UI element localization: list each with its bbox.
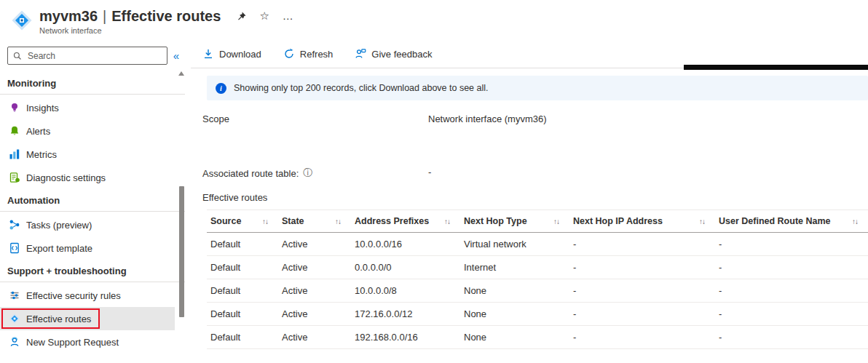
sidebar-section-monitoring: Monitoring (0, 72, 185, 95)
insights-icon (9, 102, 20, 113)
pin-icon[interactable] (235, 10, 247, 22)
cell-state: Active (278, 256, 351, 279)
sidebar-item-inner: Insights (1, 97, 68, 118)
sort-icon[interactable]: ↑↓ (444, 218, 450, 226)
associated-route-table-value: - (428, 167, 431, 177)
download-label: Download (219, 49, 261, 60)
sidebar-section-support-troubleshooting: Support + troubleshooting (0, 260, 185, 282)
collapse-sidebar-button[interactable]: « (172, 49, 181, 62)
column-header-state[interactable]: State↑↓ (278, 210, 351, 233)
sidebar-item-inner: Alerts (1, 121, 59, 141)
sidebar-item-new-support-request[interactable]: New Support Request (0, 330, 191, 354)
cell-next-hop-ip-address: - (569, 256, 715, 279)
search-box[interactable] (7, 47, 167, 65)
star-icon[interactable]: ☆ (259, 10, 270, 22)
ellipsis-icon[interactable]: … (282, 10, 293, 22)
associated-route-table-row: Associated route table: ⓘ - (202, 167, 868, 180)
search-input[interactable] (26, 50, 162, 62)
cell-user-defined-route-name: - (715, 233, 868, 256)
sort-icon[interactable]: ↑↓ (553, 218, 559, 226)
cell-next-hop-ip-address: - (569, 279, 715, 303)
support-request-icon (9, 336, 20, 348)
table-row: DefaultActive192.168.0.0/16None-- (207, 326, 868, 349)
sidebar-item-inner: New Support Request (1, 332, 127, 352)
sidebar-item-inner: Effective security rules (1, 285, 130, 306)
sidebar-item-effective-security-rules[interactable]: Effective security rules (0, 284, 191, 307)
sidebar-item-inner: Metrics (1, 144, 66, 164)
column-header-user-defined-route-name[interactable]: User Defined Route Name↑↓ (715, 210, 868, 233)
refresh-label: Refresh (300, 49, 334, 60)
resource-type-subtitle: Network interface (39, 26, 293, 35)
cell-address-prefixes: 10.0.0.0/8 (351, 279, 460, 303)
sidebar-item-export-template[interactable]: Export template (0, 236, 191, 260)
column-header-source[interactable]: Source↑↓ (207, 210, 278, 233)
column-header-label: State (282, 216, 304, 226)
sidebar-item-label: Alerts (26, 126, 50, 137)
dark-bar-artifact (684, 65, 868, 70)
sidebar-item-tasks-preview[interactable]: Tasks (preview) (0, 213, 191, 236)
effective-routes-table: Source↑↓State↑↓Address Prefixes↑↓Next Ho… (207, 210, 868, 349)
column-header-label: User Defined Route Name (719, 216, 831, 226)
cell-state: Active (278, 326, 351, 349)
cell-next-hop-ip-address: - (569, 326, 715, 349)
sort-icon[interactable]: ↑↓ (335, 218, 341, 226)
column-header-label: Source (210, 216, 241, 226)
info-icon: i (216, 83, 226, 94)
main-panel: Download Refresh Give feedback i Showing… (191, 38, 868, 363)
command-bar: Download Refresh Give feedback (202, 44, 868, 64)
cell-source: Default (207, 279, 278, 303)
column-header-address-prefixes[interactable]: Address Prefixes↑↓ (351, 210, 460, 233)
sidebar-item-label: Effective routes (26, 314, 91, 324)
sidebar-item-metrics[interactable]: Metrics (0, 143, 191, 166)
sidebar-item-label: Tasks (preview) (26, 220, 92, 231)
sidebar: « MonitoringInsightsAlertsMetricsDiagnos… (0, 38, 191, 363)
sidebar-item-insights[interactable]: Insights (0, 96, 191, 119)
cell-next-hop-type: None (460, 303, 569, 326)
cell-source: Default (207, 326, 278, 349)
sort-icon[interactable]: ↑↓ (262, 218, 268, 226)
cell-state: Active (278, 303, 351, 326)
cell-next-hop-type: Virtual network (460, 233, 569, 256)
search-icon (13, 52, 22, 60)
download-icon (202, 48, 214, 60)
cell-address-prefixes: 192.168.0.0/16 (351, 326, 460, 349)
title-separator: | (103, 7, 106, 25)
sidebar-item-inner: Diagnostic settings (1, 167, 114, 188)
sort-icon[interactable]: ↑↓ (699, 218, 705, 226)
cell-next-hop-ip-address: - (569, 233, 715, 256)
feedback-icon (355, 48, 366, 60)
scope-label: Scope (202, 113, 428, 124)
cell-state: Active (278, 279, 351, 303)
column-header-next-hop-ip-address[interactable]: Next Hop IP Address↑↓ (569, 210, 715, 233)
scrollbar-up-arrow[interactable] (178, 71, 184, 76)
column-header-label: Next Hop Type (464, 216, 527, 226)
sidebar-scrollbar[interactable] (179, 186, 184, 317)
cell-user-defined-route-name: - (715, 303, 868, 326)
download-button[interactable]: Download (202, 48, 261, 60)
give-feedback-button[interactable]: Give feedback (355, 48, 432, 60)
cell-source: Default (207, 256, 278, 279)
cell-user-defined-route-name: - (715, 256, 868, 279)
column-header-next-hop-type[interactable]: Next Hop Type↑↓ (460, 210, 569, 233)
cell-address-prefixes: 172.16.0.0/12 (351, 303, 460, 326)
sidebar-item-label: Metrics (26, 149, 57, 160)
column-header-label: Next Hop IP Address (573, 216, 663, 226)
associated-route-table-label: Associated route table: (202, 168, 299, 179)
sidebar-item-effective-routes[interactable]: Effective routes (0, 307, 175, 330)
sidebar-item-alerts[interactable]: Alerts (0, 119, 191, 143)
cell-user-defined-route-name: - (715, 326, 868, 349)
resource-name: myvm36 (39, 7, 98, 25)
table-row: DefaultActive10.0.0.0/16Virtual network-… (207, 233, 868, 256)
refresh-icon (283, 48, 295, 60)
cell-state: Active (278, 233, 351, 256)
sidebar-item-diagnostic-settings[interactable]: Diagnostic settings (0, 166, 191, 189)
info-tooltip-icon[interactable]: ⓘ (303, 167, 312, 180)
table-header-row: Source↑↓State↑↓Address Prefixes↑↓Next Ho… (207, 210, 868, 233)
sidebar-item-inner: Tasks (preview) (1, 215, 100, 235)
table-row: DefaultActive10.0.0.0/8None-- (207, 279, 868, 303)
sort-icon[interactable]: ↑↓ (852, 218, 858, 226)
sidebar-item-inner: Export template (1, 238, 101, 258)
refresh-button[interactable]: Refresh (283, 48, 334, 60)
page-header: myvm36 | Effective routes ☆ … Network in… (0, 0, 868, 38)
cell-next-hop-type: None (460, 279, 569, 303)
